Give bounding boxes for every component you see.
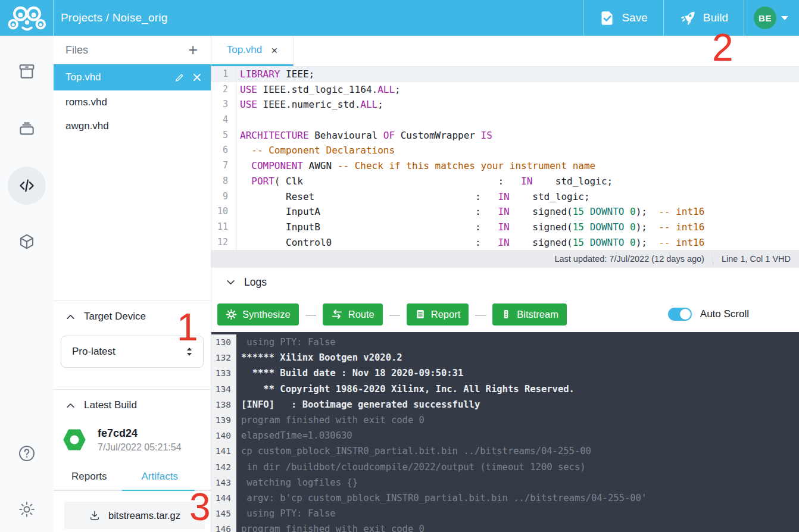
report-icon	[415, 309, 426, 320]
settings-gear-icon	[17, 500, 36, 519]
cube-icon	[17, 232, 36, 251]
pipeline-connector: —	[469, 308, 492, 321]
log-terminal[interactable]: 130 using PTY: False132****** Xilinx Boo…	[211, 332, 799, 532]
save-button-label: Save	[622, 11, 647, 24]
breadcrumb[interactable]: Projects / Noise_orig	[54, 0, 168, 36]
line-number: 7	[211, 158, 236, 174]
sidebar-item-projects[interactable]	[8, 109, 46, 148]
auto-scroll-label: Auto Scroll	[700, 308, 749, 320]
latest-build-header[interactable]: Latest Build	[54, 390, 211, 411]
file-list: Top.vhdroms.vhdawgn.vhd	[54, 64, 211, 138]
bitstream-button[interactable]: Bitstream	[492, 303, 567, 326]
terminal-line: 134 ** Copyright 1986-2020 Xilinx, Inc. …	[211, 381, 799, 397]
terminal-line: 143 watching logfiles {}	[211, 475, 799, 490]
terminal-line-text: [INFO] : Bootimage generated successfull…	[236, 397, 480, 412]
sidebar-item-code[interactable]	[8, 167, 46, 205]
code-line[interactable]: 2USE IEEE.std_logic_1164.ALL;	[211, 82, 799, 98]
save-button[interactable]: Save	[583, 0, 663, 36]
sidebar-item-help[interactable]	[8, 434, 46, 472]
latest-build-title: Latest Build	[84, 399, 137, 411]
add-file-button[interactable]: +	[188, 42, 198, 58]
terminal-line-number: 143	[211, 475, 236, 490]
code-line[interactable]: 12 Control0 : IN signed(15 DOWNTO 0); --…	[211, 235, 799, 250]
code-line[interactable]: 9 Reset : IN std_logic;	[211, 189, 799, 205]
line-number: 5	[211, 128, 236, 143]
account-menu[interactable]: BE	[744, 0, 799, 36]
file-item[interactable]: Top.vhd	[54, 64, 211, 90]
tab-close-icon[interactable]: ×	[271, 45, 277, 56]
code-line[interactable]: 1LIBRARY IEEE;	[211, 67, 799, 82]
code-line[interactable]: 10 InputA : IN signed(15 DOWNTO 0); -- i…	[211, 204, 799, 220]
code-line[interactable]: 6 -- Component Declarations	[211, 143, 799, 158]
code-line[interactable]: 5ARCHITECTURE Behavioural OF CustomWrapp…	[211, 128, 799, 143]
auto-scroll-toggle[interactable]	[668, 308, 692, 321]
terminal-line-text: ****** Xilinx Bootgen v2020.2	[236, 350, 402, 365]
chevron-up-icon	[65, 312, 76, 322]
sidebar-item-archive[interactable]	[8, 52, 46, 90]
terminal-line-number: 142	[211, 459, 236, 475]
sidebar-item-packages[interactable]	[8, 223, 46, 261]
editor-tabbar: Top.vhd ×	[211, 36, 799, 67]
artifact-download-row[interactable]: bitstreams.tar.gz	[64, 502, 205, 529]
terminal-line-number: 138	[211, 397, 236, 412]
file-name: awgn.vhd	[65, 120, 201, 132]
status-cursor-position: Line 1, Col 1 VHD	[713, 253, 799, 265]
target-device-select[interactable]: Pro-latest	[61, 336, 204, 368]
code-text: LIBRARY IEEE;	[236, 67, 314, 82]
tab-artifacts[interactable]: Artifacts	[142, 467, 178, 490]
logs-title: Logs	[244, 276, 267, 289]
report-button[interactable]: Report	[407, 303, 469, 326]
terminal-lines: 130 using PTY: False132****** Xilinx Boo…	[211, 334, 799, 532]
build-pipeline: Synthesize—Route—Report—Bitstream Auto S…	[211, 296, 799, 332]
line-number: 9	[211, 189, 236, 205]
code-text: InputA : IN signed(15 DOWNTO 0); -- int1…	[236, 204, 704, 220]
app-header: Projects / Noise_orig Save Build BE	[0, 0, 799, 36]
project-panel: Files + Top.vhdroms.vhdawgn.vhd Target D…	[54, 36, 211, 532]
file-item[interactable]: awgn.vhd	[54, 114, 211, 138]
synthesize-button[interactable]: Synthesize	[217, 303, 299, 326]
terminal-line-text: cp custom_pblock_INSTR0_partial.bit.bin …	[236, 443, 591, 459]
icon-sidebar	[0, 36, 54, 532]
code-line[interactable]: 4	[211, 112, 799, 128]
download-icon	[89, 509, 101, 521]
terminal-line-number: 133	[211, 365, 236, 381]
header-spacer	[168, 0, 583, 36]
build-button-label: Build	[703, 11, 728, 24]
terminal-line-number: 130	[211, 334, 236, 350]
tab-reports[interactable]: Reports	[71, 467, 107, 490]
terminal-line: 140elapsedTime=1.030630	[211, 428, 799, 443]
terminal-line: 132****** Xilinx Bootgen v2020.2	[211, 350, 799, 365]
caret-down-icon[interactable]	[781, 16, 788, 20]
drawer-icon	[17, 119, 36, 138]
sidebar-item-settings[interactable]	[8, 490, 46, 528]
terminal-line: 142 in dir /buildbot/cloudcompile/2022/o…	[211, 459, 799, 475]
logs-header[interactable]: Logs	[211, 268, 799, 296]
code-line[interactable]: 11 InputB : IN signed(15 DOWNTO 0); -- i…	[211, 220, 799, 235]
pipeline-connector: —	[299, 308, 323, 321]
terminal-line: 130 using PTY: False	[211, 334, 799, 350]
line-number: 6	[211, 143, 236, 158]
code-line[interactable]: 7 COMPONENT AWGN -- Check if this matche…	[211, 158, 799, 174]
route-button[interactable]: Route	[323, 303, 383, 326]
code-line[interactable]: 3USE IEEE.numeric_std.ALL;	[211, 97, 799, 112]
code-text: COMPONENT AWGN -- Check if this matches …	[236, 158, 595, 174]
edit-file-icon[interactable]	[174, 73, 185, 83]
editor-tab-topvhd[interactable]: Top.vhd ×	[211, 36, 294, 66]
line-number: 4	[211, 112, 236, 128]
build-button[interactable]: Build	[664, 0, 744, 36]
active-tab-indicator	[122, 490, 195, 491]
pipeline-connector: —	[383, 308, 407, 321]
avatar[interactable]: BE	[754, 7, 776, 29]
pipeline: Synthesize—Route—Report—Bitstream	[217, 303, 567, 326]
close-file-icon[interactable]	[193, 73, 201, 82]
code-editor[interactable]: 1LIBRARY IEEE;2USE IEEE.std_logic_1164.A…	[211, 67, 799, 250]
line-number: 1	[211, 67, 236, 82]
code-line[interactable]: 8 PORT( Clk : IN std_logic;	[211, 174, 799, 189]
target-device-header[interactable]: Target Device	[54, 301, 211, 323]
code-text: Control0 : IN signed(15 DOWNTO 0); -- in…	[236, 235, 704, 250]
app-logo[interactable]	[0, 0, 54, 36]
toggle-knob	[680, 309, 691, 320]
files-title: Files	[65, 44, 88, 57]
file-item[interactable]: roms.vhd	[54, 90, 211, 114]
terminal-line: 139program finished with exit code 0	[211, 412, 799, 428]
